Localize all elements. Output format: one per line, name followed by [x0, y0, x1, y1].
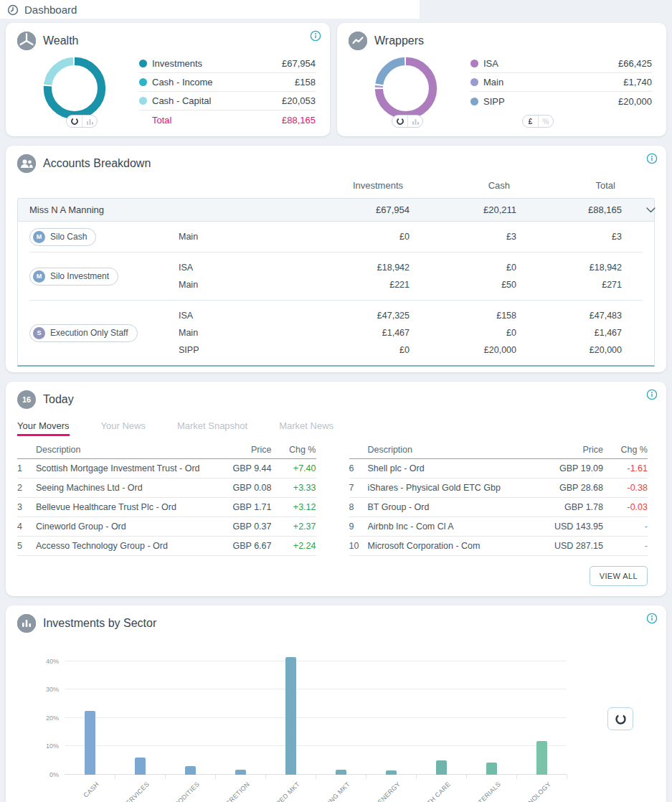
page-header: Dashboard: [0, 0, 672, 19]
chevron-down-icon[interactable]: [622, 204, 656, 215]
wrapper-name: Main: [179, 328, 308, 338]
mover-change: -0.03: [603, 502, 648, 512]
sector-title: Investments by Sector: [43, 617, 156, 630]
mover-row[interactable]: 9Airbnb Inc - Com Cl AUSD 143.95-: [349, 517, 648, 537]
wrappers-title: Wrappers: [374, 34, 424, 47]
mover-row[interactable]: 5Accesso Technology Group - OrdGBP 6.67+…: [17, 537, 316, 556]
x-tick: [567, 775, 567, 779]
cash-value: £50: [410, 280, 516, 290]
tab-your-movers[interactable]: Your Movers: [17, 420, 70, 436]
donut-view-icon[interactable]: [392, 115, 407, 127]
bar-cons-discretion: [235, 770, 246, 775]
total-label: Total: [152, 115, 282, 126]
account-pill[interactable]: MSilo Investment: [29, 268, 118, 286]
mover-change: -: [603, 541, 648, 551]
legend-dot: [470, 60, 478, 67]
wrapper-name: SIPP: [179, 345, 308, 355]
mover-row[interactable]: 1Scottish Mortgage Investment Trust - Or…: [17, 459, 316, 478]
col-total: Total: [510, 180, 615, 191]
legend-row: Cash - Income£158: [139, 73, 316, 92]
movers-table-left: Description Price Chg % 1Scottish Mortga…: [17, 440, 316, 556]
owner-total: £88,165: [516, 204, 622, 215]
legend-value: £66,425: [618, 58, 652, 69]
wrapper-name: ISA: [179, 311, 308, 321]
account-pill[interactable]: SExecution Only Staff: [29, 324, 138, 342]
legend-row: SIPP£20,000: [470, 92, 652, 110]
mover-description: Airbnb Inc - Com Cl A: [368, 522, 538, 532]
accounts-breakdown-card: Accounts Breakdown Investments Cash Tota…: [6, 146, 666, 372]
legend-label: Cash - Capital: [152, 95, 282, 106]
mover-rank: 10: [349, 541, 368, 551]
account-pill-label: Silo Investment: [50, 271, 109, 281]
info-icon[interactable]: [646, 613, 658, 624]
mover-row[interactable]: 2Seeing Machines Ltd - OrdGBP 0.08+3.33: [17, 478, 316, 498]
mover-price: GBP 6.67: [206, 541, 272, 551]
bar-comm-services: [135, 758, 146, 775]
investments-value: £0: [308, 345, 410, 355]
owner-investments: £67,954: [308, 204, 410, 215]
chart-type-toggle[interactable]: [392, 115, 423, 128]
accounts-group: MSilo CashMain£0£3£3: [29, 222, 643, 252]
bar-health-care: [436, 760, 447, 775]
mover-description: BT Group - Ord: [368, 502, 538, 512]
tab-market-news[interactable]: Market News: [279, 420, 333, 436]
mover-price: GBP 19.09: [537, 463, 603, 473]
total-value: £271: [516, 280, 622, 290]
clock-icon: [7, 4, 19, 16]
accounts-title: Accounts Breakdown: [43, 157, 151, 170]
wealth-card: Wealth Investments£67,954Cash - Income£1…: [6, 23, 330, 136]
legend-row: Investments£67,954: [139, 55, 316, 73]
mover-description: Accesso Technology Group - Ord: [36, 541, 206, 551]
pound-toggle[interactable]: £: [523, 115, 538, 127]
wrappers-legend: ISA£66,425Main£1,740SIPP£20,000: [463, 52, 655, 122]
mover-row[interactable]: 8BT Group - OrdGBP 1.78-0.03: [349, 498, 648, 517]
mover-price: GBP 28.68: [537, 483, 603, 493]
donut-view-toggle-button[interactable]: [607, 707, 633, 730]
y-axis-label: 20%: [46, 714, 59, 722]
mover-row[interactable]: 6Shell plc - OrdGBP 19.09-1.61: [349, 459, 648, 478]
gridline: [65, 689, 567, 689]
owner-name: Miss N A Manning: [29, 204, 308, 215]
page-title: Dashboard: [24, 4, 77, 16]
movers-table-right: Description Price Chg % 6Shell plc - Ord…: [349, 440, 648, 556]
bar-developing-mkt: [336, 770, 346, 775]
percent-toggle[interactable]: %: [538, 115, 553, 127]
legend-row: ISA£66,425: [470, 55, 652, 73]
mover-row[interactable]: 7iShares - Physical Gold ETC GbpGBP 28.6…: [349, 478, 648, 498]
line-chart-icon: [349, 32, 367, 50]
cash-value: £20,000: [410, 345, 516, 355]
account-pill[interactable]: MSilo Cash: [29, 228, 96, 246]
bar-view-icon[interactable]: [407, 115, 422, 127]
accounts-expanded-section: MSilo CashMain£0£3£3MSilo InvestmentISA£…: [17, 222, 655, 367]
cash-value: £3: [410, 232, 516, 242]
legend-dot: [470, 78, 478, 86]
wrapper-name: Main: [179, 232, 308, 242]
bar-view-icon[interactable]: [82, 115, 97, 127]
header-description: Description: [36, 445, 206, 455]
total-value: £3: [516, 232, 622, 242]
view-all-button[interactable]: VIEW ALL: [590, 566, 648, 586]
chart-type-toggle[interactable]: [66, 115, 98, 128]
mover-row[interactable]: 4Cineworld Group - OrdGBP 0.37+2.37: [17, 517, 316, 537]
bar-developed-mkt: [285, 657, 296, 775]
legend-label: SIPP: [483, 96, 618, 107]
tab-market-snapshot[interactable]: Market Snapshot: [177, 420, 247, 436]
mover-row[interactable]: 3Bellevue Healthcare Trust Plc - OrdGBP …: [17, 498, 316, 517]
owner-row[interactable]: Miss N A Manning £67,954 £20,211 £88,165: [17, 198, 655, 222]
mover-price: GBP 0.08: [206, 483, 272, 493]
legend-row: Main£1,740: [470, 73, 652, 92]
mover-change: +3.33: [272, 483, 316, 493]
wealth-title: Wealth: [43, 34, 79, 47]
info-icon[interactable]: [646, 153, 658, 164]
movers-header: Description Price Chg %: [349, 440, 648, 459]
mover-description: Scottish Mortgage Investment Trust - Ord: [36, 463, 206, 473]
cash-value: £0: [410, 328, 516, 338]
mover-row[interactable]: 10Microsoft Corporation - ComUSD 287.15-: [349, 537, 648, 556]
tab-your-news[interactable]: Your News: [101, 420, 146, 436]
info-icon[interactable]: [646, 389, 658, 400]
today-title: Today: [43, 393, 74, 406]
donut-view-icon[interactable]: [67, 115, 82, 127]
currency-toggle[interactable]: £ %: [522, 115, 554, 128]
info-icon[interactable]: [310, 30, 321, 42]
x-axis-label: DEVELOPING MKT: [303, 780, 351, 802]
